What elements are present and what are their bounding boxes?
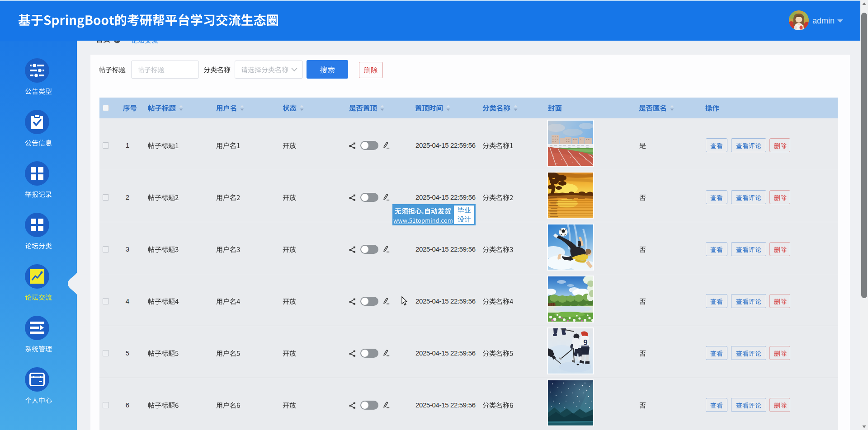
- svg-text:9: 9: [584, 339, 588, 346]
